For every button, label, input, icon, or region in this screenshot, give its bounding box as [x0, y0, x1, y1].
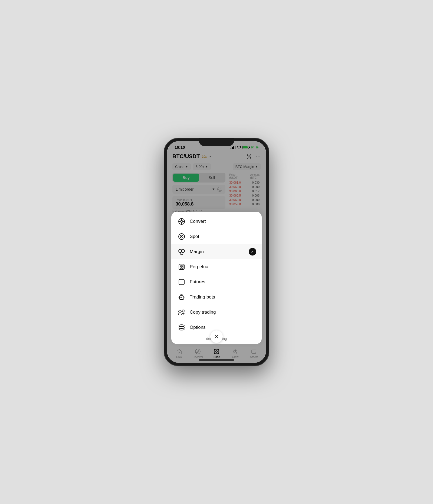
svg-point-17: [180, 252, 183, 255]
svg-point-28: [180, 297, 181, 298]
perpetual-icon: [178, 263, 185, 271]
svg-rect-18: [179, 264, 184, 270]
margin-icon: [178, 248, 185, 256]
svg-point-29: [182, 297, 183, 298]
svg-point-14: [181, 236, 182, 237]
sheet-item-spot[interactable]: Spot: [171, 229, 262, 244]
sheet-item-trading-bots[interactable]: Trading bots: [171, 290, 262, 305]
svg-point-36: [182, 310, 184, 312]
copy-trading-label: Copy trading: [190, 310, 216, 315]
trading-mode-sheet: Convert Spot: [171, 212, 262, 344]
svg-rect-19: [180, 265, 181, 267]
margin-label: Margin: [190, 249, 204, 254]
phone-screen: 16:10: [167, 141, 266, 363]
close-button[interactable]: ✕: [210, 330, 223, 343]
selected-check-icon: ✓: [249, 248, 256, 256]
svg-rect-22: [182, 267, 183, 268]
svg-point-35: [179, 310, 181, 313]
convert-icon: [178, 218, 185, 225]
svg-rect-20: [182, 265, 183, 267]
copy-trading-icon: [178, 309, 185, 316]
sheet-item-futures[interactable]: Futures: [171, 274, 262, 290]
sheet-item-margin[interactable]: Margin ✓: [171, 244, 262, 259]
svg-rect-21: [180, 267, 181, 268]
sheet-item-convert[interactable]: Convert: [171, 214, 262, 229]
options-label: Options: [190, 325, 206, 330]
sheet-item-copy-trading[interactable]: Copy trading: [171, 305, 262, 320]
notch: [199, 138, 234, 146]
trading-bots-label: Trading bots: [190, 294, 215, 300]
home-indicator: [199, 359, 234, 361]
svg-point-7: [181, 220, 183, 223]
sheet-item-perpetual[interactable]: Perpetual: [171, 259, 262, 274]
convert-label: Convert: [190, 219, 206, 224]
options-icon: [178, 324, 185, 331]
futures-icon: [178, 278, 185, 286]
perpetual-label: Perpetual: [190, 264, 209, 270]
trading-bots-icon: [178, 293, 185, 301]
spot-icon: [178, 233, 185, 240]
spot-label: Spot: [190, 234, 199, 239]
svg-rect-27: [179, 296, 184, 300]
futures-label: Futures: [190, 279, 205, 285]
phone-frame: 16:10: [164, 138, 269, 366]
